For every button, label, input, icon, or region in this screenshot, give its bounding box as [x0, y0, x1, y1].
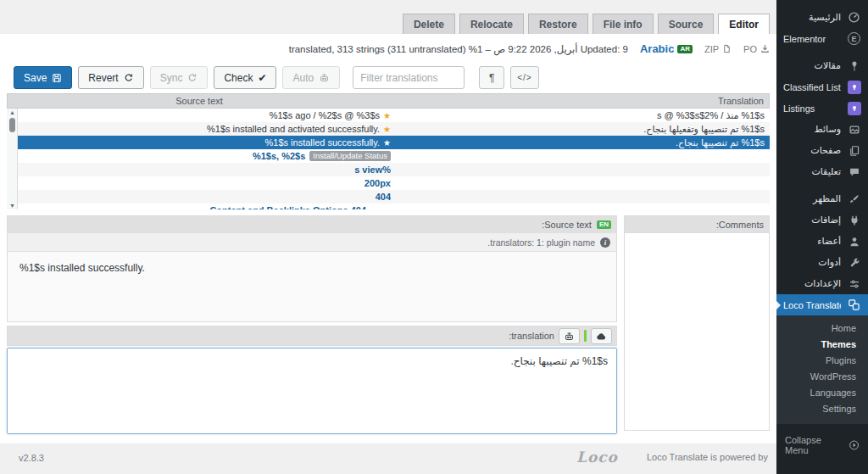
submenu-item-home[interactable]: Home [776, 321, 868, 337]
check-label: Check [224, 72, 253, 84]
list-scrollbar[interactable]: ▲ ▼ [7, 109, 18, 209]
source-string-value: %1$s installed successfully. [8, 252, 616, 284]
translation-text [391, 204, 770, 209]
source-text: %1$s installed and activated successfull… [207, 124, 380, 134]
save-icon [52, 73, 62, 83]
sidebar-item-comments[interactable]: تعليقات [776, 161, 868, 182]
sidebar-item-media[interactable]: وسائط [776, 119, 868, 140]
table-row[interactable]: 404 [18, 190, 770, 204]
table-row-selected[interactable]: %1$s installed successfully.★ %1$s تم تن… [18, 136, 770, 149]
table-row[interactable]: %1$s, %2$sInstall/Update Status [18, 149, 770, 163]
check-button[interactable]: Check ✔ [214, 66, 276, 89]
scroll-up-icon[interactable]: ▲ [7, 109, 18, 115]
tab-editor[interactable]: Editor [718, 14, 770, 34]
language-flag-badge: AR [677, 45, 693, 53]
listings-icon [847, 101, 861, 115]
sidebar-item-posts[interactable]: مقالات [776, 55, 868, 76]
table-row[interactable]: %s view [18, 163, 770, 176]
flag-star-icon: ★ [383, 138, 391, 148]
revert-button[interactable]: Revert [78, 66, 143, 89]
submenu-item-themes[interactable]: Themes [776, 337, 868, 353]
sidebar-item-tools[interactable]: أدوات [776, 252, 868, 273]
robot-icon [319, 72, 330, 83]
file-meta-text: Updated: 9 أبريل, 2026 9:22 ص – 1% trans… [289, 43, 628, 55]
sidebar-item-pages[interactable]: صفحات [776, 140, 868, 161]
table-row[interactable]: %1$s installed and activated successfull… [18, 122, 770, 136]
submenu-item-languages[interactable]: Languages [776, 385, 868, 401]
save-label: Save [24, 72, 47, 84]
translation-editor-textarea[interactable]: %1$s تم تنصيبها بنجاح. [7, 348, 617, 434]
tab-restore[interactable]: Restore [528, 14, 588, 34]
sync-icon [187, 73, 198, 83]
source-column-header[interactable]: Source text [8, 94, 391, 108]
submenu-item-plugins[interactable]: Plugins [776, 353, 868, 369]
collapse-menu-label: Collapse Menu [785, 435, 843, 455]
sidebar-item-classified-listing[interactable]: Classified Listing [776, 76, 868, 98]
po-label: PO [743, 44, 757, 54]
source-panel-header: EN Source text: [8, 216, 616, 233]
tab-source[interactable]: Source [658, 14, 715, 34]
info-icon: i [600, 237, 610, 248]
scrollbar-thumb[interactable] [9, 118, 15, 132]
context-tag: Install/Update Status [309, 151, 391, 161]
submenu-item-wordpress[interactable]: WordPress [776, 369, 868, 385]
machine-translate-button[interactable] [559, 328, 580, 344]
flag-star-icon: ★ [383, 111, 391, 120]
sidebar-item-listings[interactable]: Listings [776, 98, 868, 119]
sidebar-item-loco-translate[interactable]: Loco Translate [776, 294, 868, 315]
collapse-menu-button[interactable]: Collapse Menu [776, 436, 868, 454]
translation-column-header[interactable]: Translation [391, 94, 769, 108]
auto-translate-button[interactable]: Auto [282, 66, 340, 89]
translation-text: %1$s تم تنصيبها وتفعيلها بنجاح. [391, 122, 770, 136]
scroll-down-icon[interactable]: ▼ [7, 203, 18, 209]
toggle-invisibles-button[interactable]: ¶ [479, 66, 504, 89]
loco-logo[interactable]: Loco [576, 449, 618, 466]
plugin-icon [847, 213, 861, 227]
translation-text [391, 149, 770, 163]
powered-by-text: Loco Translate is powered by [647, 452, 768, 462]
comments-panel-header: Comments: [624, 215, 770, 232]
comments-body[interactable] [624, 232, 770, 431]
strings-rows: %1$s ago / %2$s @ %3$s★ %1$s منذ / %2$s … [18, 109, 770, 209]
paintbrush-icon [847, 192, 861, 206]
submenu-item-settings[interactable]: Settings [776, 401, 868, 417]
file-status-line: PO ZIP Arabic AR Updated: 9 أبريل, 2026 … [289, 42, 770, 55]
translation-text [391, 176, 770, 190]
source-text: %1$s ago / %2$s @ %3$s [270, 110, 380, 120]
translator-notes-text: translators: 1: plugin name. [487, 237, 595, 248]
cloud-translate-button[interactable] [591, 328, 612, 344]
language-name: Arabic [640, 42, 674, 55]
table-row-clipped[interactable]: Content and Backlinks Options 404 [18, 204, 770, 209]
revert-icon [124, 73, 134, 83]
sidebar-item-users[interactable]: أعضاء [776, 231, 868, 252]
language-link[interactable]: Arabic AR [640, 42, 693, 55]
filter-translations-input[interactable] [353, 66, 465, 89]
sidebar-item-appearance[interactable]: المظهر [776, 188, 868, 209]
save-button[interactable]: Save [14, 66, 72, 89]
table-row[interactable]: %1$s ago / %2$s @ %3$s★ %1$s منذ / %2$s … [18, 109, 770, 122]
flag-star-icon: ★ [383, 125, 391, 134]
translation-text: %1$s منذ / %2$s @ %3$s [391, 109, 770, 122]
classified-listing-icon [847, 80, 861, 94]
sidebar-item-plugins[interactable]: إضافات [776, 209, 868, 231]
dashboard-icon [847, 10, 861, 25]
tab-relocate[interactable]: Relocate [459, 14, 524, 34]
admin-footer: v2.8.3 Loco Translate is powered by Loco [0, 443, 776, 474]
tab-file-info[interactable]: File info [593, 14, 654, 34]
source-text: %1$s, %2$s [253, 151, 305, 161]
sidebar-item-elementor[interactable]: E Elementor [776, 28, 868, 49]
source-text: 200px [364, 178, 391, 188]
tab-delete[interactable]: Delete [403, 14, 455, 34]
table-row[interactable]: 200px [18, 176, 770, 190]
translation-panel: translation: %1$s تم تنصيبها بنجاح. [7, 326, 617, 434]
po-download-link[interactable]: PO [743, 44, 770, 54]
sidebar-item-settings[interactable]: الإعدادات [776, 273, 868, 294]
zip-download-link[interactable]: ZIP [704, 44, 732, 54]
code-icon: </> [517, 73, 531, 82]
toggle-code-view-button[interactable]: </> [510, 66, 538, 89]
download-icon [760, 44, 770, 53]
sync-button[interactable]: Sync [150, 66, 209, 89]
sidebar-item-dashboard[interactable]: الرئيسية [776, 7, 868, 28]
translation-text: %1$s تم تنصيبها بنجاح. [391, 136, 770, 149]
source-text: 404 [376, 192, 391, 202]
